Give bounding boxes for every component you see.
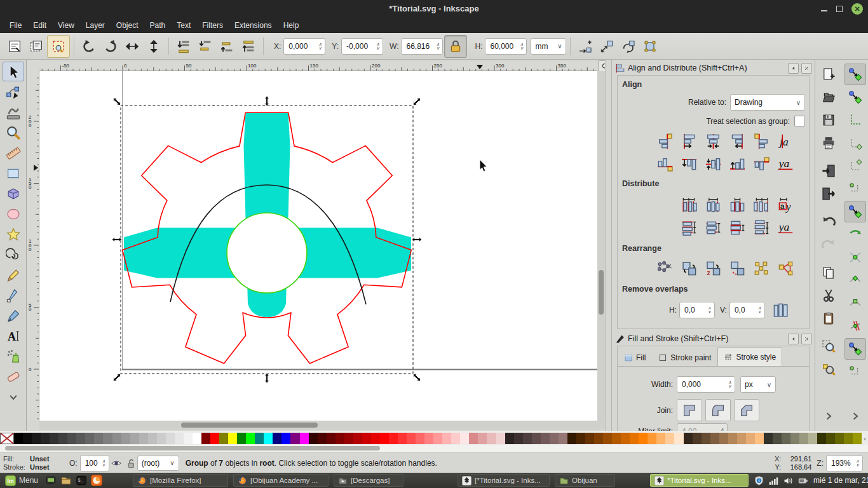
undo-button[interactable]	[818, 211, 839, 233]
tray-display-settings[interactable]	[797, 475, 808, 486]
color-swatch[interactable]	[656, 433, 665, 444]
deselect-button[interactable]	[47, 35, 70, 58]
color-swatch[interactable]	[782, 433, 790, 444]
color-swatch[interactable]	[139, 433, 148, 444]
color-swatch[interactable]	[621, 433, 630, 444]
text-align-vertical-button[interactable]: ya	[773, 152, 797, 175]
opacity-spinner[interactable]: 100 ∧∨	[80, 455, 109, 471]
save-document-button[interactable]	[818, 109, 839, 131]
tool-eraser[interactable]	[3, 367, 24, 386]
center-on-horizontal-axis-button[interactable]	[701, 152, 725, 175]
color-swatch[interactable]	[844, 433, 853, 444]
distribute-text-anchors-vertical-button[interactable]: ya	[773, 216, 797, 239]
resize-grip[interactable]	[597, 421, 605, 430]
tool-node-editor[interactable]	[3, 82, 24, 102]
color-swatch[interactable]	[808, 433, 817, 444]
color-swatch[interactable]	[23, 433, 32, 444]
color-swatch[interactable]	[166, 433, 175, 444]
layer-dropdown[interactable]: (root)∨	[137, 456, 179, 471]
color-swatch[interactable]	[94, 433, 103, 444]
flip-vertical-button[interactable]	[143, 36, 165, 57]
snap-path-intersections-button[interactable]	[844, 247, 866, 268]
color-swatch[interactable]	[255, 433, 264, 444]
color-swatch[interactable]	[433, 433, 442, 444]
color-swatch[interactable]	[246, 433, 255, 444]
stroke-width-unit-dropdown[interactable]: px∨	[740, 376, 776, 393]
align-bottom-to-anchor-top-button[interactable]	[653, 152, 677, 175]
color-swatch[interactable]	[41, 433, 50, 444]
miter-limit-spinner[interactable]: 4,00 ∧∨	[677, 423, 728, 431]
tray-network-signal[interactable]	[768, 475, 779, 486]
clock[interactable]: mié 1 de mar, 21:54	[813, 476, 868, 485]
color-swatch[interactable]	[719, 433, 728, 444]
more-snap-options-button[interactable]	[844, 405, 866, 427]
color-swatch[interactable]	[327, 433, 336, 444]
color-swatch[interactable]	[835, 433, 844, 444]
distribute-centers-vertically-button[interactable]	[701, 216, 725, 239]
h-spinner[interactable]: 60,000∧∨	[485, 38, 527, 55]
color-swatch[interactable]	[85, 433, 94, 444]
transform-scale-toggle[interactable]	[596, 36, 618, 57]
color-swatch[interactable]	[264, 433, 273, 444]
color-swatch[interactable]	[612, 433, 621, 444]
color-swatch[interactable]	[550, 433, 559, 444]
color-swatch[interactable]	[693, 433, 702, 444]
horizontal-scrollbar-thumb[interactable]	[181, 423, 318, 428]
rotate-cw-button[interactable]	[100, 36, 121, 57]
color-swatch[interactable]	[67, 433, 76, 444]
color-swatch[interactable]	[451, 433, 460, 444]
zoom-spinner[interactable]: 193% ∧∨	[826, 455, 863, 471]
launcher-terminal[interactable]: $_	[74, 474, 88, 487]
snap-bounding-box-button[interactable]	[844, 86, 866, 108]
exchange-in-selection-order-button[interactable]	[677, 257, 701, 280]
distribute-horizontal-gaps-button[interactable]	[725, 193, 749, 216]
color-swatch[interactable]	[826, 433, 835, 444]
relative-to-dropdown[interactable]: Drawing∨	[730, 94, 805, 111]
color-swatch[interactable]	[237, 433, 246, 444]
color-swatch[interactable]	[398, 433, 407, 444]
task-window-4[interactable]: Obijuan	[555, 474, 615, 487]
task-window-5[interactable]: *Titorial.svg - Inks...	[650, 474, 749, 487]
distribute-centers-horizontally-button[interactable]	[701, 193, 725, 216]
launcher-firefox[interactable]	[90, 474, 104, 487]
color-swatch[interactable]	[130, 433, 139, 444]
color-swatch[interactable]	[576, 433, 585, 444]
lower-selection-button[interactable]	[194, 36, 216, 57]
new-document-button[interactable]	[818, 64, 839, 85]
cut-button[interactable]	[818, 285, 839, 306]
color-swatch[interactable]	[665, 433, 674, 444]
color-swatch[interactable]	[32, 433, 41, 444]
w-spinner[interactable]: 66,816∧∨	[401, 38, 443, 55]
color-swatch[interactable]	[424, 433, 433, 444]
tool-pencil[interactable]	[3, 265, 24, 285]
more-commands-button[interactable]	[818, 405, 839, 427]
export-image-button[interactable]	[818, 183, 839, 205]
center-circle[interactable]	[227, 213, 307, 293]
menu-object[interactable]: Object	[111, 18, 144, 33]
layer-visibility-icon[interactable]	[111, 458, 122, 469]
color-swatch[interactable]	[541, 433, 550, 444]
transform-rotate-toggle[interactable]	[618, 36, 639, 57]
color-swatch[interactable]	[469, 433, 478, 444]
tool-text[interactable]: A	[3, 326, 24, 346]
align-top-to-anchor-bottom-button[interactable]	[749, 152, 773, 175]
tab-fill[interactable]: Fill	[618, 349, 652, 366]
color-swatch[interactable]	[684, 433, 693, 444]
snap-bbox-corners-button[interactable]	[844, 132, 866, 154]
menu-extensions[interactable]: Extensions	[229, 18, 278, 33]
color-swatch[interactable]	[523, 433, 532, 444]
align-left-to-anchor-right-button[interactable]	[749, 130, 773, 152]
color-swatch[interactable]	[175, 433, 184, 444]
task-window-1[interactable]: [Obijuan Academy ...	[233, 474, 329, 487]
color-swatch[interactable]	[336, 433, 344, 444]
treat-group-checkbox[interactable]	[794, 116, 805, 126]
distribute-right-edges-button[interactable]	[749, 193, 773, 216]
tool-ellipse[interactable]	[3, 204, 24, 224]
rotate-ccw-button[interactable]	[78, 36, 100, 57]
color-swatch[interactable]	[157, 433, 166, 444]
palette-scroll-left[interactable]: ‹	[862, 433, 868, 444]
color-swatch[interactable]	[442, 433, 451, 444]
tab-stroke-style[interactable]: Stroke style	[717, 347, 782, 366]
canvas[interactable]	[39, 71, 597, 421]
color-swatch[interactable]	[14, 433, 23, 444]
